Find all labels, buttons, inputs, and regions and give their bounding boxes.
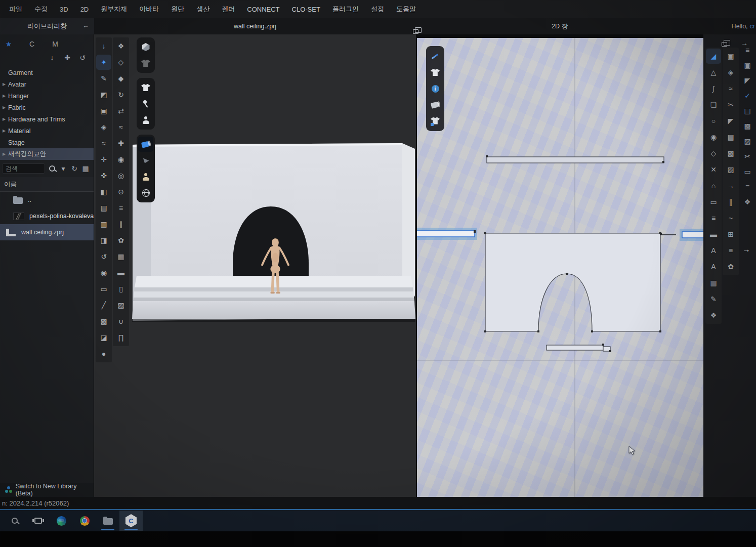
fabric-pattern-icon[interactable]: ▩	[723, 146, 738, 161]
edit-texture-2d-icon[interactable]: ✎	[706, 291, 721, 307]
menu-item[interactable]: 3D	[54, 6, 74, 13]
detach-sewing-icon[interactable]: ✂	[723, 97, 738, 112]
garment-flip-icon[interactable]: ⇄	[113, 103, 129, 118]
library-tree-item[interactable]: ▶ 새싹강의교안	[0, 148, 94, 160]
fold-arrangement-icon[interactable]: ◧	[96, 184, 111, 199]
show-fabric-icon[interactable]	[138, 137, 153, 152]
view-cube-icon[interactable]	[138, 39, 153, 55]
panel-menu-icon[interactable]: ≡	[741, 44, 754, 57]
show-environment-icon[interactable]	[138, 185, 153, 200]
thumbnail-view-icon[interactable]: ▦	[80, 163, 91, 174]
viewport-3d[interactable]: ↓ ✦ ✎ ◩ ▣ ◈ ≈ ✛ ✜ ◧ ▤ ▥ ◨ ↺ ◉	[94, 34, 416, 497]
menu-item[interactable]: 파일	[3, 5, 28, 14]
menu-item[interactable]: 도움말	[390, 5, 422, 14]
show-avatar-icon[interactable]	[138, 112, 153, 128]
search-filter-icon[interactable]: ▾	[58, 163, 68, 174]
menu-item[interactable]: 수정	[28, 5, 54, 14]
topstitch-3d-icon[interactable]: ▦	[113, 249, 129, 264]
free-sewing-icon[interactable]: ≈	[96, 136, 111, 151]
fold-line-icon[interactable]: ∪	[113, 314, 129, 329]
file-row-parent-folder[interactable]: ..	[0, 192, 94, 208]
undo-icon[interactable]: ↺	[76, 53, 89, 63]
menu-item[interactable]: 원부자재	[95, 5, 133, 14]
binding-icon[interactable]: ▬	[113, 265, 129, 280]
transform-pattern-icon[interactable]: ◢	[706, 49, 721, 64]
reset-arrangement-icon[interactable]: ↺	[96, 249, 111, 264]
trim-icon[interactable]: ✿	[113, 233, 129, 248]
library-tree-item[interactable]: ▶ Material	[0, 125, 94, 137]
remove-pin-icon[interactable]: ✜	[96, 168, 111, 183]
file-list-name-header[interactable]: 이름	[0, 177, 94, 192]
menu-item[interactable]: 2D	[74, 6, 95, 13]
mini-garment-icon[interactable]: ▤	[741, 104, 754, 117]
collapse-library-icon[interactable]: ←	[82, 22, 89, 29]
library-tree-item[interactable]: Stage	[0, 137, 94, 148]
button-icon[interactable]: ◉	[113, 152, 129, 167]
file-row-project-selected[interactable]: wall ceiling.zprj	[0, 224, 94, 240]
menu-item[interactable]: 원단	[165, 5, 190, 14]
task-view-icon[interactable]	[26, 511, 50, 531]
show-arrangement-icon[interactable]	[138, 153, 153, 168]
mini-avatar-icon[interactable]: ❖	[741, 195, 754, 208]
file-row-image[interactable]: pexels-polina-kovaleva	[0, 208, 94, 224]
steam-iron-icon[interactable]: ◤	[723, 113, 738, 129]
dash-move-icon[interactable]: →	[723, 178, 738, 193]
pin-tool-icon[interactable]: ✛	[96, 152, 111, 167]
search-input[interactable]: 검색	[2, 163, 45, 174]
library-tree-item[interactable]: ▶ Fabric	[0, 102, 94, 113]
menu-item[interactable]: 아바타	[133, 5, 165, 14]
ruler-3d-icon[interactable]: ╱	[96, 298, 111, 313]
attach-button-icon[interactable]: ⊙	[113, 184, 129, 199]
clo-logo-icon[interactable]: C	[25, 38, 38, 50]
sewing-machine-icon[interactable]: ▣	[96, 103, 111, 118]
texture-garment-icon[interactable]: ▩	[96, 314, 111, 329]
show-pins-icon[interactable]	[138, 96, 153, 111]
edit-pattern-icon[interactable]: △	[706, 65, 721, 80]
avatar-walk-icon[interactable]: ❖	[113, 38, 129, 54]
simulate-icon[interactable]: ↓	[96, 38, 111, 54]
zipper-icon[interactable]: ≡	[113, 200, 129, 216]
add-point-icon[interactable]: ○	[706, 113, 721, 129]
show-mannequin-icon[interactable]	[138, 169, 153, 184]
lock-pattern-icon[interactable]	[428, 113, 443, 129]
md-logo-icon[interactable]: M	[49, 38, 62, 50]
polygon-tool-icon[interactable]: ⌂	[706, 178, 721, 193]
add-icon[interactable]: ✚	[61, 53, 73, 63]
annotation-tool-icon[interactable]: A	[706, 259, 721, 274]
mini-cut-icon[interactable]: ✂	[741, 150, 754, 163]
wave-stitch-icon[interactable]: ~	[723, 211, 738, 226]
edit-texture-3d-icon[interactable]: ◪	[96, 330, 111, 345]
tack-on-avatar-icon[interactable]: ✚	[113, 136, 129, 151]
fold-3d-pattern-icon[interactable]: ▤	[723, 130, 738, 145]
rectangle-tool-icon[interactable]: ▭	[706, 194, 721, 209]
line-tool-icon[interactable]	[428, 49, 443, 64]
texture-2d-icon[interactable]: ▨	[723, 162, 738, 177]
select-move-icon[interactable]: ✦	[96, 55, 111, 70]
select-mesh-icon[interactable]: ◩	[96, 87, 111, 102]
menu-item[interactable]: CONNECT	[241, 6, 285, 13]
add-pattern-icon[interactable]: ⊞	[723, 227, 738, 242]
file-explorer-icon[interactable]	[96, 511, 119, 531]
notch-tool-icon[interactable]: ✕	[706, 162, 721, 177]
garment-rotate-icon[interactable]: ↻	[113, 87, 129, 102]
expand-panel-arrow-icon[interactable]: →	[741, 245, 752, 254]
puckering-icon[interactable]: ▨	[113, 298, 129, 313]
drape-garment-icon[interactable]: ▤	[96, 200, 111, 216]
download-icon[interactable]: ↓	[46, 53, 58, 63]
finalize-icon[interactable]: ●	[96, 346, 111, 361]
trim-2d-icon[interactable]: ✿	[723, 259, 738, 274]
account-user-link[interactable]: cr	[750, 23, 755, 30]
menu-item[interactable]: CLO-SET	[286, 6, 326, 13]
refit-garment-icon[interactable]: ◨	[96, 233, 111, 248]
avatar-tape-icon[interactable]: ◉	[96, 265, 111, 280]
pattern-info-icon[interactable]	[428, 81, 443, 96]
zipper-edit-icon[interactable]: ∥	[113, 217, 129, 232]
show-fabric-2d-icon[interactable]	[428, 97, 443, 112]
layer-stack-icon[interactable]: ≡	[723, 243, 738, 258]
move-garment-icon[interactable]: ▥	[96, 217, 111, 232]
menu-item[interactable]: 플러그인	[326, 5, 365, 14]
clo-app-icon[interactable]	[119, 511, 143, 531]
pattern-to-avatar-icon[interactable]: ❖	[706, 308, 721, 323]
mini-fabric-icon[interactable]: ▩	[741, 119, 754, 133]
piping-icon[interactable]: ▯	[113, 281, 129, 297]
